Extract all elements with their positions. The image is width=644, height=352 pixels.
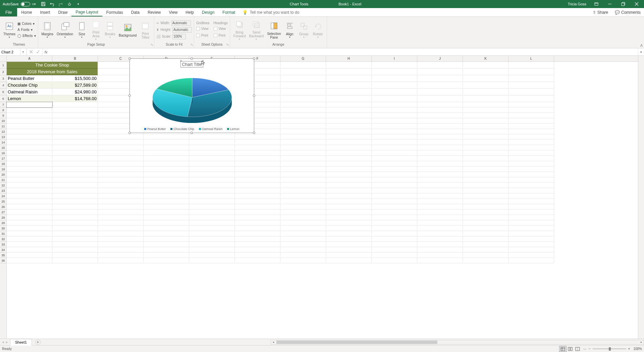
cell[interactable] (52, 220, 98, 226)
cell[interactable] (144, 156, 189, 161)
autosave-control[interactable]: AutoSave Off (0, 2, 38, 6)
cell[interactable] (189, 177, 235, 183)
cell[interactable] (417, 226, 463, 231)
cell[interactable] (463, 145, 508, 150)
cell[interactable] (508, 199, 554, 204)
cell[interactable] (52, 231, 98, 236)
tab-draw[interactable]: Draw (54, 8, 71, 16)
cell[interactable] (52, 215, 98, 220)
cell[interactable] (52, 183, 98, 188)
cell[interactable] (508, 113, 554, 118)
cell[interactable] (144, 134, 189, 140)
cell[interactable] (7, 258, 52, 263)
data-cell-value[interactable]: $15,500.00 (52, 75, 98, 82)
cell[interactable] (372, 236, 417, 242)
cell[interactable] (463, 236, 508, 242)
cell[interactable] (372, 102, 417, 107)
cell[interactable] (189, 134, 235, 140)
undo-icon[interactable] (48, 0, 56, 8)
cell[interactable] (144, 199, 189, 204)
cell[interactable] (372, 134, 417, 140)
cell[interactable] (372, 193, 417, 199)
data-cell-value[interactable]: $24,980.00 (52, 89, 98, 95)
cell[interactable] (417, 161, 463, 167)
cell[interactable] (372, 177, 417, 183)
cell[interactable] (7, 193, 52, 199)
cell[interactable] (326, 220, 372, 226)
effects-button[interactable]: ◯Effects▾ (17, 33, 36, 39)
cell[interactable] (98, 231, 144, 236)
cell[interactable] (144, 188, 189, 193)
cell[interactable] (417, 167, 463, 172)
cell[interactable] (7, 231, 52, 236)
cell[interactable] (98, 150, 144, 156)
fx-icon[interactable]: fx (42, 48, 50, 55)
cell[interactable] (189, 253, 235, 258)
name-box-dropdown[interactable]: ▾ (20, 48, 25, 56)
cell[interactable] (189, 156, 235, 161)
cell[interactable] (508, 129, 554, 134)
sheet-prev-icon[interactable]: ◂ (2, 340, 4, 344)
cell[interactable] (326, 258, 372, 263)
cell[interactable] (417, 220, 463, 226)
cell[interactable] (189, 226, 235, 231)
cell[interactable] (372, 210, 417, 215)
cell[interactable] (52, 172, 98, 177)
cell[interactable] (280, 253, 326, 258)
cell[interactable] (326, 113, 372, 118)
cell[interactable] (463, 172, 508, 177)
row-headers[interactable]: 1234567891011121314151617181920212223242… (0, 62, 7, 339)
cell[interactable] (372, 124, 417, 129)
row-header[interactable]: 5 (0, 89, 6, 95)
sheet-tab-sheet1[interactable]: Sheet1 (10, 339, 32, 346)
cell[interactable] (235, 140, 280, 145)
cell[interactable] (326, 210, 372, 215)
cell[interactable] (7, 118, 52, 124)
cell[interactable] (326, 134, 372, 140)
cell[interactable] (372, 215, 417, 220)
orientation-button[interactable]: Orientation▾ (55, 20, 74, 39)
cell[interactable] (280, 183, 326, 188)
cell[interactable] (417, 199, 463, 204)
cell[interactable] (508, 253, 554, 258)
cell[interactable] (508, 140, 554, 145)
cell[interactable] (235, 236, 280, 242)
cell[interactable] (280, 204, 326, 210)
collapse-ribbon-icon[interactable]: ᐱ (640, 44, 643, 47)
row-header[interactable]: 14 (0, 140, 6, 145)
cell[interactable] (463, 226, 508, 231)
cell[interactable] (463, 247, 508, 253)
cell[interactable] (235, 258, 280, 263)
cell[interactable] (280, 82, 326, 89)
expand-formula-icon[interactable]: ▾ (638, 48, 644, 55)
page-layout-view-icon[interactable] (567, 346, 574, 352)
cell[interactable] (52, 118, 98, 124)
resize-handle-w[interactable] (128, 94, 131, 97)
cell[interactable] (235, 247, 280, 253)
cell[interactable] (235, 150, 280, 156)
row-header[interactable]: 19 (0, 167, 6, 172)
cell[interactable] (7, 172, 52, 177)
cell[interactable] (98, 210, 144, 215)
row-header[interactable]: 22 (0, 183, 6, 188)
minimize-icon[interactable] (604, 0, 616, 8)
cell[interactable] (7, 102, 52, 107)
cell[interactable] (7, 199, 52, 204)
cell[interactable] (189, 150, 235, 156)
cell[interactable] (463, 204, 508, 210)
cell[interactable] (235, 161, 280, 167)
cell[interactable] (372, 167, 417, 172)
resize-handle-e[interactable] (253, 94, 255, 97)
cell[interactable] (280, 95, 326, 102)
cell[interactable] (7, 183, 52, 188)
margins-button[interactable]: Margins▾ (40, 20, 55, 39)
cell[interactable] (7, 226, 52, 231)
cell[interactable] (235, 242, 280, 247)
cell[interactable] (144, 167, 189, 172)
cell[interactable] (98, 247, 144, 253)
comments-button[interactable]: 💬Comments (611, 8, 644, 16)
cell[interactable] (280, 89, 326, 95)
cell[interactable] (508, 124, 554, 129)
data-cell-value[interactable]: $27,589.00 (52, 82, 98, 89)
cell[interactable] (280, 107, 326, 113)
